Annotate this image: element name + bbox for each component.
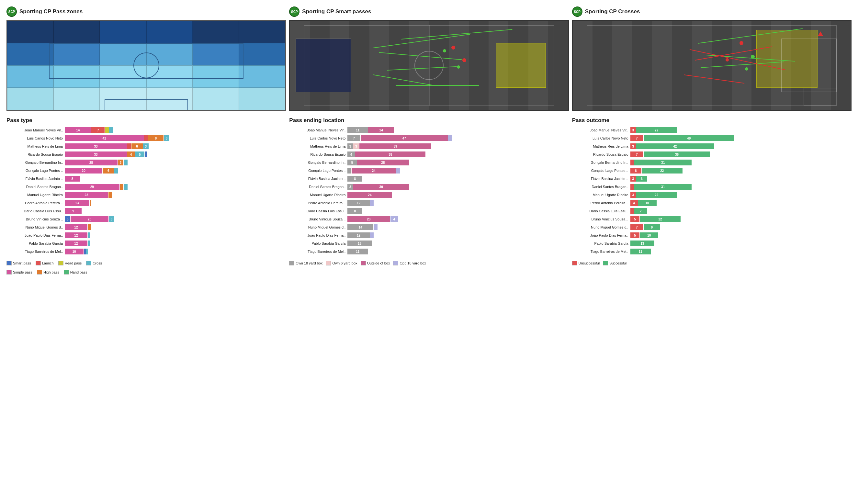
player-name-label: Matheus Reis de Lima bbox=[6, 144, 65, 148]
legend-color-swatch bbox=[6, 261, 12, 265]
bar-value-label: 10 bbox=[72, 250, 77, 254]
legend-item: Cross bbox=[86, 261, 102, 265]
chart-title-smart-passes: Pass ending location bbox=[289, 117, 569, 124]
bar-segment: 38 bbox=[355, 151, 426, 157]
legend-item: Successful bbox=[603, 261, 626, 265]
legend-crosses: UnsuccessfulSuccessful bbox=[572, 261, 852, 265]
bar-value-label: 7 bbox=[635, 153, 638, 156]
bar-segment: 7 bbox=[347, 135, 360, 141]
bar-segment bbox=[145, 151, 147, 157]
bar-segment: 5 bbox=[135, 151, 144, 157]
player-bars: 31 bbox=[630, 160, 852, 165]
bar-segment: 14 bbox=[368, 127, 394, 133]
bar-segment: 13 bbox=[630, 241, 654, 246]
player-name-label: Flávio Basilua Jacinto .. bbox=[6, 177, 65, 181]
player-name-label: Pedro António Pereira .. bbox=[289, 201, 347, 205]
bar-value-label: 14 bbox=[358, 226, 363, 229]
player-name-label: Pablo Sarabia García bbox=[6, 242, 65, 245]
player-bars: 10 bbox=[65, 249, 286, 255]
bar-segment: 13 bbox=[65, 200, 89, 206]
bar-segment: 11 bbox=[347, 249, 368, 255]
player-bars: 8 bbox=[347, 208, 569, 214]
player-chart-row: Matheus Reis de Lima342 bbox=[572, 143, 852, 149]
bar-segment bbox=[630, 184, 634, 190]
bar-segment: 4 bbox=[391, 216, 398, 222]
legend-color-swatch bbox=[572, 261, 577, 265]
team-logo-icon: SCP bbox=[6, 6, 17, 17]
player-name-label: Gonçalo Lago Pontes .. bbox=[289, 169, 347, 173]
player-chart-row: Dário Cassia Luís Essu..8 bbox=[289, 208, 569, 214]
legend-label: Outside of box bbox=[367, 261, 390, 265]
player-chart-row: João Paulo Dias Ferna..12 bbox=[289, 232, 569, 239]
player-bars: 147 bbox=[65, 127, 286, 133]
player-chart-row: Daniel Santos Bragan..31 bbox=[572, 183, 852, 190]
player-chart-row: Luís Carlos Novo Neto749 bbox=[572, 135, 852, 142]
player-name-label: Gonçalo Bernardino In.. bbox=[289, 161, 347, 164]
player-bars: 29 bbox=[65, 184, 286, 190]
player-name-label: Ricardo Sousa Esgaio bbox=[289, 152, 347, 156]
player-chart-row: Flávio Basilua Jacinto ..36 bbox=[572, 176, 852, 182]
bar-segment: 4 bbox=[630, 200, 638, 206]
bar-value-label: 42 bbox=[672, 145, 677, 148]
legend-color-swatch bbox=[603, 261, 608, 265]
player-chart-row: Pedro António Pereira ..12 bbox=[289, 200, 569, 206]
player-bars: 7 bbox=[630, 208, 852, 214]
player-name-label: Pedro António Pereira .. bbox=[6, 201, 65, 205]
bar-segment: 30 bbox=[353, 184, 409, 190]
player-bars: 12 bbox=[347, 200, 569, 206]
bar-value-label: 33 bbox=[93, 153, 98, 156]
bar-segment: 3 bbox=[630, 143, 636, 149]
player-bars: 79 bbox=[630, 224, 852, 230]
bar-segment: 39 bbox=[360, 143, 432, 149]
bar-segment: 5 bbox=[630, 216, 640, 222]
player-bars: 206 bbox=[65, 168, 286, 174]
player-chart-row: Ricardo Sousa Esgaio438 bbox=[289, 151, 569, 158]
bar-segment bbox=[630, 160, 634, 165]
bar-value-label: 28 bbox=[89, 161, 94, 164]
legend-color-swatch bbox=[37, 270, 42, 275]
bar-value-label: 23 bbox=[366, 217, 371, 221]
player-bars: 23 bbox=[65, 192, 286, 198]
bar-segment bbox=[144, 135, 148, 141]
legend-item: Own 18 yard box bbox=[289, 261, 322, 265]
bar-segment: 14 bbox=[347, 224, 373, 230]
bar-value-label: 22 bbox=[660, 169, 664, 173]
player-bars: 8 bbox=[347, 176, 569, 182]
bar-segment: 23 bbox=[347, 216, 390, 222]
player-name-label: Nuno Miguel Gomes d.. bbox=[572, 225, 630, 229]
bar-value-label: 30 bbox=[379, 185, 384, 189]
player-bars: 522 bbox=[630, 216, 852, 222]
bar-value-label: 12 bbox=[356, 234, 361, 237]
player-chart-row: João Paulo Dias Ferna..510 bbox=[572, 232, 852, 239]
player-bars: 1114 bbox=[347, 127, 569, 133]
bar-value-label: 7 bbox=[353, 136, 356, 140]
legend-item: Smart pass bbox=[6, 261, 31, 265]
player-bars: 13 bbox=[630, 241, 852, 246]
bar-segment: 22 bbox=[642, 168, 683, 174]
player-chart-row: Tiago Barreiros de Mel..11 bbox=[572, 248, 852, 255]
player-bars: 3345 bbox=[65, 151, 286, 157]
player-name-label: Manuel Ugarte Ribeiro bbox=[289, 193, 347, 197]
bar-value-label: 5 bbox=[633, 217, 637, 221]
bar-segment: 14 bbox=[65, 127, 91, 133]
bar-value-label: 12 bbox=[74, 242, 78, 245]
player-chart-row: Ricardo Sousa Esgaio3345 bbox=[6, 151, 286, 158]
bar-value-label: 9 bbox=[650, 226, 654, 229]
bar-value-label: 42 bbox=[102, 136, 107, 140]
player-bars: 24 bbox=[347, 192, 569, 198]
legend-pass-zones: Smart passLaunchHead passCrossSimple pas… bbox=[6, 261, 286, 275]
player-bars: 11 bbox=[347, 249, 569, 255]
bar-segment: 8 bbox=[347, 208, 362, 214]
bar-value-label: 10 bbox=[645, 201, 650, 205]
bar-value-label: 13 bbox=[75, 201, 79, 205]
legend-label: Cross bbox=[93, 261, 102, 265]
bar-value-label: 11 bbox=[355, 129, 360, 132]
team-logo-icon: SCP bbox=[572, 6, 583, 17]
legend-color-swatch bbox=[58, 261, 63, 265]
bar-segment: 5 bbox=[347, 160, 357, 165]
bar-value-label: 31 bbox=[661, 161, 665, 164]
player-name-label: Pedro António Pereira .. bbox=[572, 201, 630, 205]
player-bars: 12 bbox=[65, 224, 286, 230]
bar-value-label: 4 bbox=[393, 217, 396, 221]
bar-segment: 3 bbox=[347, 184, 353, 190]
